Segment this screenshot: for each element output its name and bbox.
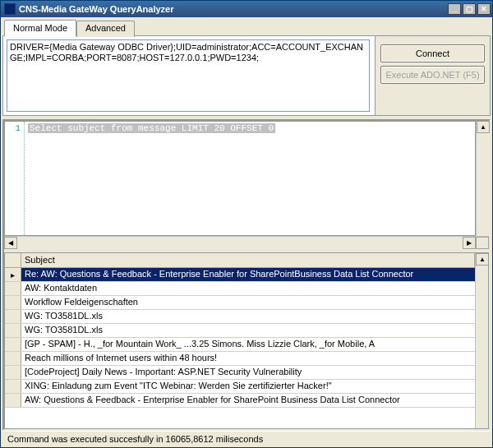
sql-text-area[interactable]: Select subject from message LIMIT 20 OFF… (25, 122, 475, 235)
tab-normal-mode[interactable]: Normal Mode (4, 20, 76, 36)
tabstrip: Normal Mode Advanced (4, 19, 491, 35)
app-window: CNS-Media GateWay QueryAnalyzer _ ▢ ✕ No… (0, 0, 493, 448)
table-row[interactable]: WG: TO3581DL.xls (5, 324, 475, 338)
cell-subject[interactable]: [CodeProject] Daily News - Important: AS… (21, 366, 475, 379)
cell-subject[interactable]: AW: Kontaktdaten (21, 282, 475, 295)
window-controls: _ ▢ ✕ (446, 3, 491, 15)
cell-subject[interactable]: XING: Einladung zum Event "ITC Webinar: … (21, 380, 475, 393)
connection-panel: DRIVER={Media Gateway ODBC Driver};UID=a… (2, 35, 491, 116)
scroll-up-icon[interactable]: ▲ (476, 253, 488, 266)
sql-scrollbar-horizontal[interactable]: ◀ ▶ (4, 236, 489, 249)
row-header[interactable] (5, 282, 21, 295)
scroll-corner (476, 237, 489, 249)
execute-button[interactable]: Execute ADO.NET (F5) (380, 66, 485, 84)
grid-scrollbar-vertical[interactable]: ▲ (475, 253, 488, 428)
cell-subject[interactable]: Workflow Feldeigenschaften (21, 296, 475, 309)
table-row[interactable]: Workflow Feldeigenschaften (5, 296, 475, 310)
sql-editor[interactable]: 1 Select subject from message LIMIT 20 O… (4, 121, 476, 236)
row-header[interactable] (5, 268, 21, 281)
table-row[interactable]: Re: AW: Questions & Feedback - Enterpris… (5, 268, 475, 282)
status-text: Command was executed succesfully in 1606… (7, 434, 263, 444)
close-button[interactable]: ✕ (477, 3, 491, 15)
table-row[interactable]: XING: Einladung zum Event "ITC Webinar: … (5, 380, 475, 394)
status-bar: Command was executed succesfully in 1606… (2, 431, 491, 447)
row-header[interactable] (5, 310, 21, 323)
row-header[interactable] (5, 366, 21, 379)
row-header-corner (5, 253, 21, 267)
connection-string-input[interactable]: DRIVER={Media Gateway ODBC Driver};UID=a… (7, 39, 370, 112)
line-number: 1 (5, 123, 21, 133)
titlebar[interactable]: CNS-Media GateWay QueryAnalyzer _ ▢ ✕ (1, 1, 492, 17)
cell-subject[interactable]: WG: TO3581DL.xls (21, 324, 475, 337)
scroll-left-icon[interactable]: ◀ (4, 237, 17, 249)
line-gutter: 1 (5, 122, 25, 235)
row-header[interactable] (5, 380, 21, 393)
cell-subject[interactable]: Re: AW: Questions & Feedback - Enterpris… (21, 268, 475, 281)
row-header[interactable] (5, 296, 21, 309)
table-row[interactable]: Reach millions of Internet users within … (5, 352, 475, 366)
connect-button[interactable]: Connect (380, 44, 485, 62)
client-area: Normal Mode Advanced DRIVER={Media Gatew… (1, 17, 492, 447)
window-title: CNS-Media GateWay QueryAnalyzer (19, 4, 446, 14)
cell-subject[interactable]: WG: TO3581DL.xls (21, 310, 475, 323)
table-row[interactable]: AW: Kontaktdaten (5, 282, 475, 296)
table-row[interactable]: [CodeProject] Daily News - Important: AS… (5, 366, 475, 380)
sql-scrollbar-vertical[interactable]: ▲ (476, 121, 489, 236)
row-header[interactable] (5, 394, 21, 407)
row-header[interactable] (5, 324, 21, 337)
minimize-button[interactable]: _ (448, 3, 461, 15)
cell-subject[interactable]: AW: Questions & Feedback - Enterprise En… (21, 394, 475, 407)
column-header-subject[interactable]: Subject (21, 253, 475, 267)
table-row[interactable]: [GP - SPAM] - H., _for Mountain Work_ ..… (5, 338, 475, 352)
table-row[interactable]: AW: Questions & Feedback - Enterprise En… (5, 394, 475, 408)
action-buttons: Connect Execute ADO.NET (F5) (375, 36, 490, 115)
cell-subject[interactable]: [GP - SPAM] - H., _for Mountain Work_ ..… (21, 338, 475, 351)
sql-statement[interactable]: Select subject from message LIMIT 20 OFF… (28, 123, 275, 133)
table-row[interactable]: WG: TO3581DL.xls (5, 310, 475, 324)
split-container: 1 Select subject from message LIMIT 20 O… (2, 119, 491, 431)
results-grid: Subject Re: AW: Questions & Feedback - E… (4, 252, 489, 429)
cell-subject[interactable]: Reach millions of Internet users within … (21, 352, 475, 365)
tab-advanced[interactable]: Advanced (76, 21, 135, 37)
grid-body[interactable]: Re: AW: Questions & Feedback - Enterpris… (5, 268, 475, 428)
app-icon (4, 3, 16, 15)
maximize-button[interactable]: ▢ (463, 3, 476, 15)
row-header[interactable] (5, 352, 21, 365)
row-header[interactable] (5, 338, 21, 351)
grid-header-row: Subject (5, 253, 475, 268)
scroll-up-icon[interactable]: ▲ (477, 121, 490, 133)
scroll-right-icon[interactable]: ▶ (463, 237, 476, 249)
